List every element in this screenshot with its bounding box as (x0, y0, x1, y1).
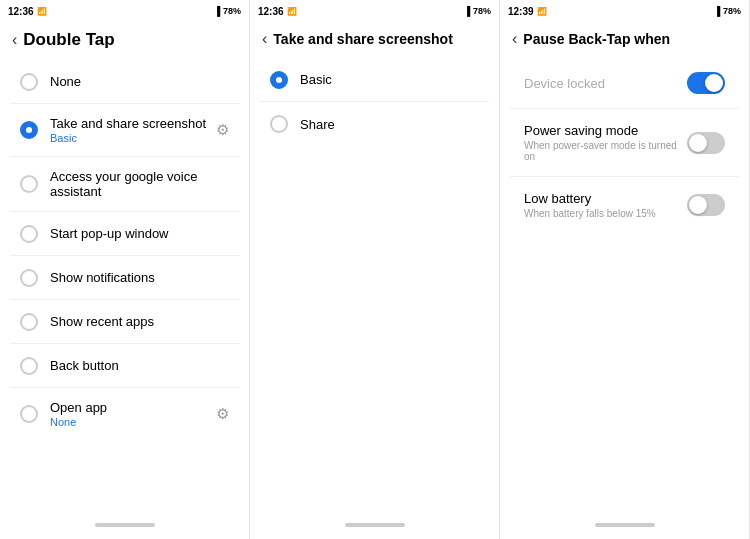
setting-power-saving: Power saving mode When power-saver mode … (510, 109, 739, 177)
item-text-recent: Show recent apps (50, 314, 229, 329)
radio-recent[interactable] (20, 313, 38, 331)
page-title-2: Take and share screenshot (273, 31, 452, 47)
time-1: 12:36 (8, 6, 34, 17)
gear-icon-openapp[interactable]: ⚙ (216, 405, 229, 423)
list-item-basic[interactable]: Basic (260, 58, 489, 102)
back-button-2[interactable]: ‹ (262, 30, 267, 48)
setting-text-low-battery: Low battery When battery falls below 15% (524, 191, 687, 219)
setting-label-low-battery: Low battery (524, 191, 687, 206)
radio-back[interactable] (20, 357, 38, 375)
radio-openapp[interactable] (20, 405, 38, 423)
item-label-back: Back button (50, 358, 229, 373)
list-item-notifications[interactable]: Show notifications (10, 256, 239, 300)
item-text-google: Access your google voice assistant (50, 169, 229, 199)
toggle-knob-low-battery (689, 196, 707, 214)
item-label-screenshot: Take and share screenshot (50, 116, 216, 131)
panel-double-tap: 12:36 📶 ▐ 78% ‹ Double Tap None Take and… (0, 0, 250, 539)
toggle-low-battery[interactable] (687, 194, 725, 216)
setting-device-locked: Device locked (510, 58, 739, 109)
bottom-bar-2 (250, 511, 499, 539)
screen-header-2: ‹ Take and share screenshot (250, 22, 499, 54)
list-item-screenshot[interactable]: Take and share screenshot Basic ⚙ (10, 104, 239, 157)
list-item-openapp[interactable]: Open app None ⚙ (10, 388, 239, 440)
status-bar-3: 12:39 📶 ▐ 78% (500, 0, 749, 22)
home-indicator-1 (95, 523, 155, 527)
panel-screenshot: 12:36 📶 ▐ 78% ‹ Take and share screensho… (250, 0, 500, 539)
item-text-share: Share (300, 117, 479, 132)
item-text-basic: Basic (300, 72, 479, 87)
setting-label-device-locked: Device locked (524, 76, 687, 91)
status-bar-2: 12:36 📶 ▐ 78% (250, 0, 499, 22)
setting-sublabel-low-battery: When battery falls below 15% (524, 208, 687, 219)
screen-header-1: ‹ Double Tap (0, 22, 249, 56)
battery-1: ▐ 78% (214, 6, 241, 16)
radio-basic[interactable] (270, 71, 288, 89)
setting-sublabel-power-saving: When power-saver mode is turned on (524, 140, 687, 162)
list-item-popup[interactable]: Start pop-up window (10, 212, 239, 256)
item-sublabel-openapp: None (50, 416, 216, 428)
item-text-popup: Start pop-up window (50, 226, 229, 241)
setting-label-power-saving: Power saving mode (524, 123, 687, 138)
signal-icons-2: 📶 (287, 7, 297, 16)
item-label-share: Share (300, 117, 479, 132)
options-list-2: Basic Share (260, 58, 489, 507)
battery-3: ▐ 78% (714, 6, 741, 16)
home-indicator-2 (345, 523, 405, 527)
back-button-1[interactable]: ‹ (12, 31, 17, 49)
options-list-1: None Take and share screenshot Basic ⚙ A… (10, 60, 239, 507)
item-label-basic: Basic (300, 72, 479, 87)
item-label-notifications: Show notifications (50, 270, 229, 285)
signal-icons-3: 📶 (537, 7, 547, 16)
toggle-knob-power-saving (689, 134, 707, 152)
status-bar-1: 12:36 📶 ▐ 78% (0, 0, 249, 22)
item-text-none: None (50, 74, 229, 89)
list-item-google[interactable]: Access your google voice assistant (10, 157, 239, 212)
panel-pause-back-tap: 12:39 📶 ▐ 78% ‹ Pause Back-Tap when Devi… (500, 0, 750, 539)
page-title-1: Double Tap (23, 30, 114, 50)
radio-none[interactable] (20, 73, 38, 91)
toggle-power-saving[interactable] (687, 132, 725, 154)
item-sublabel-screenshot: Basic (50, 132, 216, 144)
screen-header-3: ‹ Pause Back-Tap when (500, 22, 749, 54)
home-indicator-3 (595, 523, 655, 527)
item-text-screenshot: Take and share screenshot Basic (50, 116, 216, 144)
battery-2: ▐ 78% (464, 6, 491, 16)
back-button-3[interactable]: ‹ (512, 30, 517, 48)
toggle-device-locked[interactable] (687, 72, 725, 94)
radio-screenshot[interactable] (20, 121, 38, 139)
setting-low-battery: Low battery When battery falls below 15% (510, 177, 739, 233)
setting-text-power-saving: Power saving mode When power-saver mode … (524, 123, 687, 162)
radio-popup[interactable] (20, 225, 38, 243)
item-label-popup: Start pop-up window (50, 226, 229, 241)
list-item-back[interactable]: Back button (10, 344, 239, 388)
item-text-back: Back button (50, 358, 229, 373)
time-2: 12:36 (258, 6, 284, 17)
gear-icon-screenshot[interactable]: ⚙ (216, 121, 229, 139)
toggle-knob-device-locked (705, 74, 723, 92)
page-title-3: Pause Back-Tap when (523, 31, 670, 47)
item-label-google: Access your google voice assistant (50, 169, 229, 199)
settings-list-3: Device locked Power saving mode When pow… (510, 58, 739, 507)
item-label-none: None (50, 74, 229, 89)
item-label-recent: Show recent apps (50, 314, 229, 329)
bottom-bar-1 (0, 511, 249, 539)
item-text-openapp: Open app None (50, 400, 216, 428)
radio-google[interactable] (20, 175, 38, 193)
list-item-none[interactable]: None (10, 60, 239, 104)
list-item-recent[interactable]: Show recent apps (10, 300, 239, 344)
radio-share[interactable] (270, 115, 288, 133)
setting-text-device-locked: Device locked (524, 76, 687, 91)
list-item-share[interactable]: Share (260, 102, 489, 146)
item-text-notifications: Show notifications (50, 270, 229, 285)
radio-notifications[interactable] (20, 269, 38, 287)
signal-icons-1: 📶 (37, 7, 47, 16)
time-3: 12:39 (508, 6, 534, 17)
item-label-openapp: Open app (50, 400, 216, 415)
bottom-bar-3 (500, 511, 749, 539)
